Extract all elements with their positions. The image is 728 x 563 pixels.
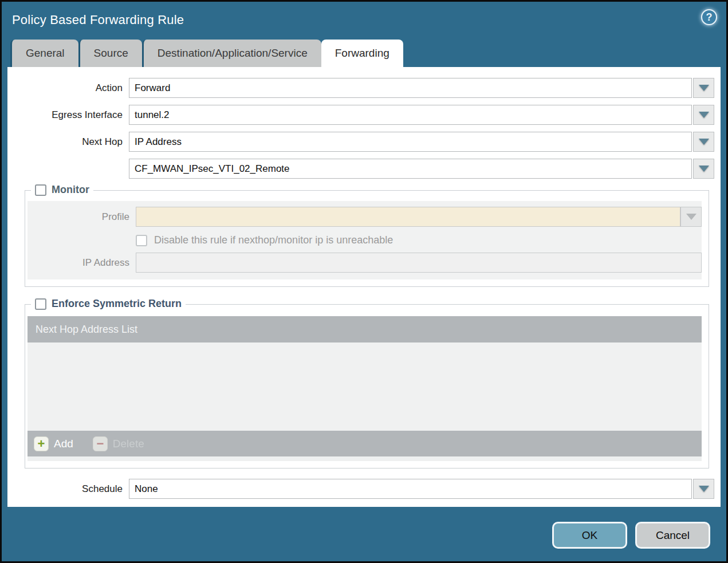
enforce-symmetric-return-group: Enforce Symmetric Return Next Hop Addres… <box>25 304 709 468</box>
next-hop-address-dropdown[interactable]: CF_MWAN_IPsec_VTI_02_Remote <box>129 159 714 179</box>
monitor-profile-value <box>136 207 680 227</box>
tab-forwarding[interactable]: Forwarding <box>321 40 403 67</box>
monitor-title: Monitor <box>52 184 89 196</box>
enforce-symmetric-return-title: Enforce Symmetric Return <box>52 298 182 310</box>
help-icon[interactable]: ? <box>701 9 717 25</box>
next-hop-label: Next Hop <box>7 136 123 148</box>
add-button-label: Add <box>54 438 73 450</box>
dialog-footer: OK Cancel <box>2 507 726 561</box>
monitor-panel: Profile Disable this rule if nexthop/mon… <box>27 201 702 279</box>
monitor-ip-address-label: IP Address <box>27 257 129 269</box>
next-hop-type-dropdown[interactable]: IP Address <box>129 132 714 152</box>
egress-interface-value[interactable]: tunnel.2 <box>129 105 692 125</box>
egress-interface-dropdown-button[interactable] <box>693 105 714 125</box>
schedule-dropdown[interactable]: None <box>129 479 714 499</box>
monitor-ip-address-row: IP Address <box>27 253 702 273</box>
schedule-label: Schedule <box>7 483 123 495</box>
cancel-button[interactable]: Cancel <box>635 522 710 549</box>
monitor-profile-row: Profile <box>27 207 702 227</box>
next-hop-type-dropdown-button[interactable] <box>693 132 714 152</box>
monitor-checkbox[interactable] <box>35 184 46 196</box>
tab-source[interactable]: Source <box>78 40 142 67</box>
schedule-value[interactable]: None <box>129 479 692 499</box>
enforce-symmetric-return-legend: Enforce Symmetric Return <box>31 298 186 310</box>
action-dropdown-button[interactable] <box>693 78 714 98</box>
monitor-ip-address-input <box>136 253 702 273</box>
egress-interface-label: Egress Interface <box>7 109 123 121</box>
dialog-title: Policy Based Forwarding Rule <box>12 13 184 27</box>
pbf-rule-dialog: Policy Based Forwarding Rule ? General S… <box>0 0 728 563</box>
chevron-down-icon <box>699 486 709 492</box>
tab-destination-application-service[interactable]: Destination/Application/Service <box>142 40 321 67</box>
chevron-down-icon <box>699 166 709 172</box>
add-button[interactable]: + Add <box>34 436 73 451</box>
tab-panel-forwarding: Action Forward Egress Interface tunnel.2… <box>7 67 721 507</box>
next-hop-type-value[interactable]: IP Address <box>129 132 692 152</box>
tab-bar: General Source Destination/Application/S… <box>2 38 726 67</box>
next-hop-address-list-header: Next Hop Address List <box>27 316 702 342</box>
ok-button[interactable]: OK <box>552 522 627 549</box>
next-hop-address-value[interactable]: CF_MWAN_IPsec_VTI_02_Remote <box>129 159 692 179</box>
monitor-profile-dropdown <box>136 207 702 227</box>
chevron-down-icon <box>699 85 709 91</box>
chevron-down-icon <box>686 214 696 220</box>
schedule-dropdown-button[interactable] <box>693 479 714 499</box>
monitor-disable-rule-row: Disable this rule if nexthop/monitor ip … <box>27 234 702 246</box>
egress-interface-row: Egress Interface tunnel.2 <box>7 105 714 125</box>
next-hop-address-dropdown-button[interactable] <box>693 159 714 179</box>
next-hop-row: Next Hop IP Address <box>7 132 714 152</box>
dialog-titlebar: Policy Based Forwarding Rule ? <box>2 2 726 38</box>
next-hop-address-list-toolbar: + Add − Delete <box>27 431 702 456</box>
next-hop-address-list-body[interactable] <box>27 342 702 431</box>
chevron-down-icon <box>699 139 709 145</box>
monitor-group: Monitor Profile Disable this rule if <box>25 190 709 287</box>
enforce-symmetric-return-checkbox[interactable] <box>35 298 46 310</box>
delete-button-label: Delete <box>113 438 144 450</box>
chevron-down-icon <box>699 112 709 118</box>
next-hop-address-list-table: Next Hop Address List + Add − Delete <box>27 316 702 461</box>
disable-rule-checkbox <box>136 235 147 246</box>
minus-icon: − <box>93 436 108 451</box>
delete-button: − Delete <box>93 436 144 451</box>
monitor-profile-label: Profile <box>27 211 129 223</box>
table-bottom-strip <box>27 456 702 461</box>
action-row: Action Forward <box>7 78 714 98</box>
action-dropdown[interactable]: Forward <box>129 78 714 98</box>
disable-rule-label: Disable this rule if nexthop/monitor ip … <box>154 234 393 246</box>
tab-general[interactable]: General <box>10 40 78 67</box>
action-value[interactable]: Forward <box>129 78 692 98</box>
schedule-row: Schedule None <box>7 479 714 499</box>
action-label: Action <box>7 82 123 94</box>
egress-interface-dropdown[interactable]: tunnel.2 <box>129 105 714 125</box>
plus-icon: + <box>34 436 49 451</box>
monitor-legend: Monitor <box>31 184 93 196</box>
monitor-profile-dropdown-button <box>680 207 702 227</box>
next-hop-address-row: CF_MWAN_IPsec_VTI_02_Remote <box>7 159 714 179</box>
